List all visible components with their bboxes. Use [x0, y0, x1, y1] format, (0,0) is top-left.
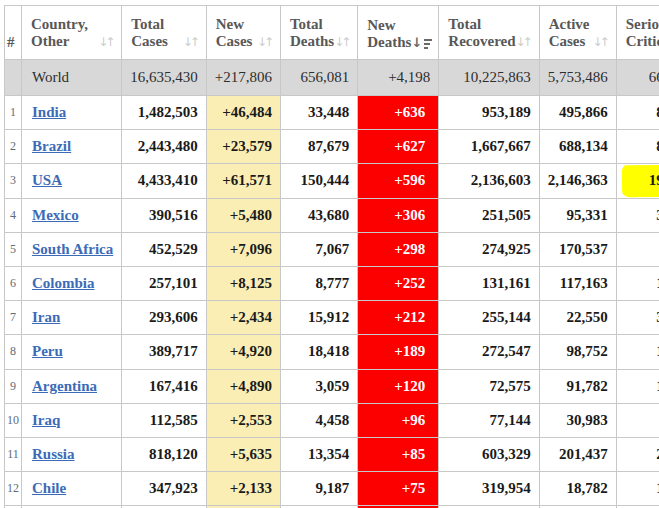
new-cases-cell: +4,890 — [206, 369, 280, 403]
active-cases-cell: 95,331 — [539, 198, 616, 232]
country-link[interactable]: Colombia — [32, 275, 95, 291]
active-cases-cell: 201,437 — [539, 437, 616, 471]
header-label-line1: Active — [549, 16, 590, 32]
table-row-india: 1 India 1,482,503 +46,484 33,448 +636 95… — [5, 96, 659, 130]
country-link[interactable]: Iran — [32, 309, 60, 325]
serious-critical-cell: 2,300 — [616, 437, 659, 471]
serious-critical-cell: 1,493 — [616, 266, 659, 300]
header-label-line2: Deaths — [290, 33, 334, 50]
total-cases-cell: 4,433,410 — [122, 164, 207, 198]
active-cases-cell: 98,752 — [539, 335, 616, 369]
total-deaths-cell: 18,418 — [280, 335, 357, 369]
new-deaths-cell: +96 — [358, 403, 439, 437]
rank-cell: 8 — [5, 335, 22, 369]
serious-critical-cell: 3,922 — [616, 198, 659, 232]
table-row-iran: 7 Iran 293,606 +2,434 15,912 +212 255,14… — [5, 301, 659, 335]
total-deaths-cell: 87,679 — [280, 130, 357, 164]
active-cases-cell: 18,782 — [539, 472, 616, 506]
world-summary-row: World 16,635,430 +217,806 656,081 +4,198… — [5, 60, 659, 96]
total-recovered-cell: 255,144 — [439, 301, 539, 335]
country-link[interactable]: Iraq — [32, 412, 60, 428]
country-link[interactable]: India — [32, 104, 66, 120]
sort-descending-icon: ↓ — [411, 36, 432, 49]
new-cases-cell: +23,579 — [206, 130, 280, 164]
col-header-country[interactable]: Country, Other↓↑ — [22, 6, 122, 60]
col-header-active-cases[interactable]: Active Cases↓↑ — [539, 6, 616, 60]
total-cases-cell: 390,516 — [122, 198, 207, 232]
country-link[interactable]: Mexico — [32, 207, 79, 223]
country-link[interactable]: Peru — [32, 343, 63, 359]
country-cell: India — [22, 96, 122, 130]
active-cases-cell: 91,782 — [539, 369, 616, 403]
col-header-total-cases[interactable]: Total Cases↓↑ — [122, 6, 207, 60]
rank-cell: 1 — [5, 96, 22, 130]
new-deaths-cell: +596 — [358, 164, 439, 198]
country-cell: USA — [22, 164, 122, 198]
serious-critical-cell: 1,002 — [616, 369, 659, 403]
country-link[interactable]: Argentina — [32, 378, 97, 394]
country-cell: Iraq — [22, 403, 122, 437]
country-cell: Chile — [22, 472, 122, 506]
col-header-total-deaths[interactable]: Total Deaths↓↑ — [280, 6, 357, 60]
new-deaths-cell: +252 — [358, 266, 439, 300]
total-recovered-cell: 131,161 — [439, 266, 539, 300]
serious-critical-cell: 66,575 — [616, 60, 659, 96]
total-deaths-cell: 13,354 — [280, 437, 357, 471]
total-deaths-cell: 7,067 — [280, 232, 357, 266]
header-label-line2: Deaths — [367, 34, 411, 51]
table-row-south-africa: 5 South Africa 452,529 +7,096 7,067 +298… — [5, 232, 659, 266]
country-link[interactable]: USA — [32, 172, 62, 188]
header-label-line1: Total — [131, 16, 164, 32]
total-cases-cell: 2,443,480 — [122, 130, 207, 164]
serious-critical-cell: 1,555 — [616, 472, 659, 506]
col-header-serious-critical[interactable]: Serious, Critical↓↑ — [616, 6, 659, 60]
header-row: # Country, Other↓↑ Total Cases↓↑ New Cas… — [5, 6, 659, 60]
sort-both-icon: ↓↑ — [98, 34, 115, 51]
header-label-line2: Recovered — [448, 33, 515, 50]
total-deaths-cell: 656,081 — [280, 60, 357, 96]
new-deaths-cell: +298 — [358, 232, 439, 266]
country-cell: Brazil — [22, 130, 122, 164]
total-deaths-cell: 4,458 — [280, 403, 357, 437]
table-row-brazil: 2 Brazil 2,443,480 +23,579 87,679 +627 1… — [5, 130, 659, 164]
sort-both-icon: ↓↑ — [334, 34, 351, 51]
col-header-new-deaths[interactable]: New Deaths↓ — [358, 6, 439, 60]
rank-cell: 10 — [5, 403, 22, 437]
header-label-line2: Other — [31, 33, 69, 50]
total-recovered-cell: 319,954 — [439, 472, 539, 506]
col-header-new-cases[interactable]: New Cases↓↑ — [206, 6, 280, 60]
covid-stats-page: # Country, Other↓↑ Total Cases↓↑ New Cas… — [0, 0, 659, 508]
new-cases-cell: +217,806 — [206, 60, 280, 96]
header-label-line2: Critical — [626, 33, 659, 50]
total-deaths-cell: 9,187 — [280, 472, 357, 506]
country-link[interactable]: Russia — [32, 446, 75, 462]
sort-both-icon: ↓↑ — [516, 34, 533, 51]
country-link[interactable]: Brazil — [32, 138, 71, 154]
new-cases-cell: +2,434 — [206, 301, 280, 335]
col-header-total-recovered[interactable]: Total Recovered↓↑ — [439, 6, 539, 60]
country-link[interactable]: South Africa — [32, 241, 113, 257]
new-deaths-cell: +189 — [358, 335, 439, 369]
active-cases-cell: 5,753,486 — [539, 60, 616, 96]
header-label-line1: Total — [448, 16, 481, 32]
new-cases-cell: +61,571 — [206, 164, 280, 198]
header-label-line1: Country, — [31, 16, 88, 32]
header-label-line1: Serious, — [626, 16, 659, 32]
highlighted-value: 19,100 — [649, 172, 659, 188]
country-link[interactable]: Chile — [32, 480, 66, 496]
new-cases-cell: +8,125 — [206, 266, 280, 300]
header-label-line1: Total — [290, 16, 323, 32]
serious-critical-cell: 1,439 — [616, 335, 659, 369]
total-recovered-cell: 1,667,667 — [439, 130, 539, 164]
rank-cell: 7 — [5, 301, 22, 335]
total-recovered-cell: 251,505 — [439, 198, 539, 232]
country-cell: South Africa — [22, 232, 122, 266]
header-label-line2: Cases — [131, 33, 168, 50]
serious-critical-cell: 8,944 — [616, 96, 659, 130]
table-row-peru: 8 Peru 389,717 +4,920 18,418 +189 272,54… — [5, 335, 659, 369]
country-cell: Peru — [22, 335, 122, 369]
new-deaths-cell: +75 — [358, 472, 439, 506]
new-deaths-cell: +636 — [358, 96, 439, 130]
active-cases-cell: 688,134 — [539, 130, 616, 164]
total-deaths-cell: 15,912 — [280, 301, 357, 335]
